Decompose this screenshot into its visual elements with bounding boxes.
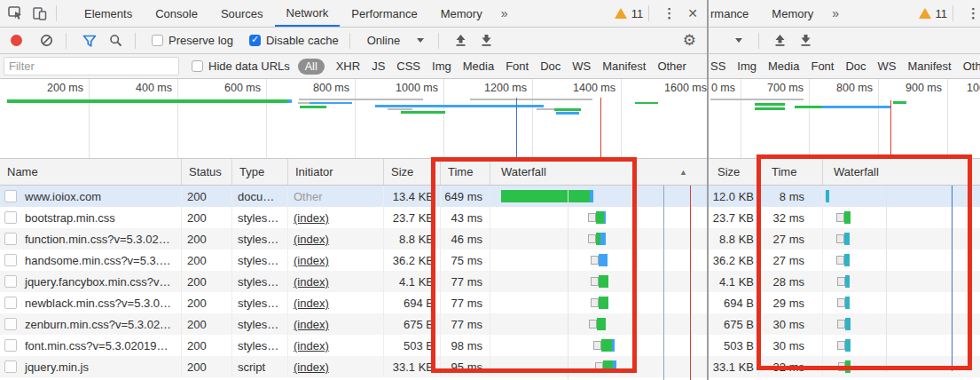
initiator-link[interactable]: (index) xyxy=(294,275,329,289)
row-checkbox[interactable] xyxy=(4,275,17,288)
initiator-link[interactable]: (index) xyxy=(294,360,329,374)
request-initiator-cell[interactable]: (index) xyxy=(288,356,384,377)
column-header-name[interactable]: Name xyxy=(0,159,182,185)
chevron-down-icon[interactable] xyxy=(417,38,424,43)
event-line xyxy=(516,98,517,159)
sort-arrow-icon[interactable]: ▲ xyxy=(679,168,687,177)
filter-type-media[interactable]: Media xyxy=(463,59,494,73)
column-header-initiator[interactable]: Initiator xyxy=(288,159,384,185)
request-name-cell[interactable]: bootstrap.min.css xyxy=(0,207,182,228)
menu-icon[interactable]: ⋮ xyxy=(959,5,980,21)
tab-memory[interactable]: Memory xyxy=(429,0,494,27)
filter-type-font[interactable]: Font xyxy=(811,59,834,73)
initiator-link[interactable]: (index) xyxy=(294,233,329,246)
chevron-down-icon[interactable] xyxy=(735,38,742,43)
tab-elements[interactable]: Elements xyxy=(73,0,144,27)
row-checkbox[interactable] xyxy=(4,318,17,330)
initiator-link[interactable]: (index) xyxy=(294,339,329,352)
request-initiator-cell[interactable]: (index) xyxy=(288,313,384,335)
request-name-cell[interactable]: function.min.css?v=5.3.02… xyxy=(0,228,182,249)
menu-icon[interactable]: ⋮ xyxy=(655,5,684,21)
inspect-element-icon[interactable] xyxy=(4,2,27,25)
filter-type-manifest[interactable]: Manifest xyxy=(602,59,646,73)
filter-type-ws[interactable]: WS xyxy=(878,59,897,73)
filter-type-xhr[interactable]: XHR xyxy=(336,59,360,73)
import-har-icon[interactable] xyxy=(773,34,787,47)
filter-type-other[interactable]: Other xyxy=(657,59,686,73)
row-checkbox[interactable] xyxy=(4,254,17,266)
request-initiator-cell[interactable]: (index) xyxy=(288,271,384,292)
column-header-status[interactable]: Status xyxy=(182,159,232,185)
import-har-icon[interactable] xyxy=(454,34,467,47)
filter-type-doc[interactable]: Doc xyxy=(845,59,866,73)
filter-type-css[interactable]: CSS xyxy=(396,59,420,73)
filter-input[interactable] xyxy=(4,57,179,75)
initiator-link[interactable]: (index) xyxy=(294,254,329,267)
filter-type-all[interactable]: All xyxy=(298,59,325,75)
request-name-cell[interactable]: handsome.min.css?v=5.3.… xyxy=(0,249,182,271)
initiator-link[interactable]: (index) xyxy=(294,318,329,331)
tab-performance[interactable]: Performance xyxy=(340,0,428,27)
row-checkbox[interactable] xyxy=(4,339,17,352)
filter-type-other-partial[interactable]: Oth xyxy=(963,59,980,73)
tick-label: 1000 ms xyxy=(367,82,438,94)
request-initiator-cell[interactable]: (index) xyxy=(288,207,384,228)
export-har-icon[interactable] xyxy=(480,34,493,47)
more-tabs-icon[interactable]: » xyxy=(825,0,846,27)
filter-type-doc[interactable]: Doc xyxy=(540,59,561,73)
timeline-overview[interactable]: 0 ms 700 ms 800 ms 900 ms xyxy=(709,79,980,159)
request-initiator-cell[interactable]: (index) xyxy=(288,228,384,249)
preserve-log-checkbox[interactable] xyxy=(152,35,163,46)
request-name-cell[interactable]: www.ioiox.com xyxy=(0,186,182,207)
filter-type-img[interactable]: Img xyxy=(432,59,451,73)
column-header-size[interactable]: Size xyxy=(709,159,759,185)
filter-type-css-partial[interactable]: SS xyxy=(710,59,725,73)
throttling-select[interactable]: Online xyxy=(367,34,401,47)
row-checkbox[interactable] xyxy=(4,233,17,245)
record-icon[interactable] xyxy=(11,35,22,46)
row-checkbox[interactable] xyxy=(4,190,17,202)
request-name-cell[interactable]: font.min.css?v=5.3.02019… xyxy=(0,335,182,356)
timeline-overview[interactable]: 200 ms 400 ms 600 ms 800 ms xyxy=(0,79,707,159)
request-initiator-cell[interactable]: (index) xyxy=(288,249,384,271)
filter-icon[interactable] xyxy=(82,35,97,47)
warning-badge[interactable]: 11 xyxy=(919,7,948,20)
filter-type-media[interactable]: Media xyxy=(768,59,799,73)
request-name-cell[interactable]: jquery.fancybox.min.css?v… xyxy=(0,271,182,292)
column-header-type[interactable]: Type xyxy=(232,159,288,185)
more-tabs-icon[interactable]: » xyxy=(494,0,515,27)
request-initiator-cell[interactable]: (index) xyxy=(288,292,384,313)
filter-type-manifest[interactable]: Manifest xyxy=(908,59,952,73)
hide-data-urls-checkbox[interactable] xyxy=(192,60,203,72)
filter-type-js[interactable]: JS xyxy=(372,59,385,73)
tab-memory[interactable]: Memory xyxy=(760,0,825,27)
request-status-cell: 200 xyxy=(182,271,232,292)
initiator-link[interactable]: (index) xyxy=(294,211,329,225)
request-initiator-cell[interactable]: (index) xyxy=(288,335,384,356)
clear-icon[interactable] xyxy=(40,34,53,47)
initiator-link[interactable]: Other xyxy=(294,190,323,203)
device-toolbar-icon[interactable] xyxy=(27,2,51,25)
row-checkbox[interactable] xyxy=(4,360,17,373)
filter-type-ws[interactable]: WS xyxy=(572,59,591,73)
tick-gridline xyxy=(621,79,622,158)
request-initiator-cell[interactable]: Other xyxy=(288,186,384,207)
row-checkbox[interactable] xyxy=(4,211,17,224)
request-name-cell[interactable]: jquery.min.js xyxy=(0,356,182,377)
tab-network[interactable]: Network xyxy=(275,0,341,27)
export-har-icon[interactable] xyxy=(799,34,812,47)
disable-cache-checkbox[interactable] xyxy=(249,35,261,46)
request-name-cell[interactable]: newblack.min.css?v=5.3.0… xyxy=(0,292,182,313)
search-icon[interactable] xyxy=(109,34,122,47)
warning-badge[interactable]: 11 xyxy=(615,7,644,20)
tab-performance-partial[interactable]: rmance xyxy=(709,0,760,27)
filter-type-img[interactable]: Img xyxy=(737,59,757,73)
tab-sources[interactable]: Sources xyxy=(209,0,275,27)
row-checkbox[interactable] xyxy=(4,297,17,309)
filter-type-font[interactable]: Font xyxy=(506,59,529,73)
tab-console[interactable]: Console xyxy=(144,0,209,27)
request-name-cell[interactable]: zenburn.min.css?v=5.3.02… xyxy=(0,313,182,335)
gear-icon[interactable]: ⚙ xyxy=(683,33,696,48)
close-icon[interactable]: ✕ xyxy=(684,6,707,20)
initiator-link[interactable]: (index) xyxy=(294,297,329,310)
